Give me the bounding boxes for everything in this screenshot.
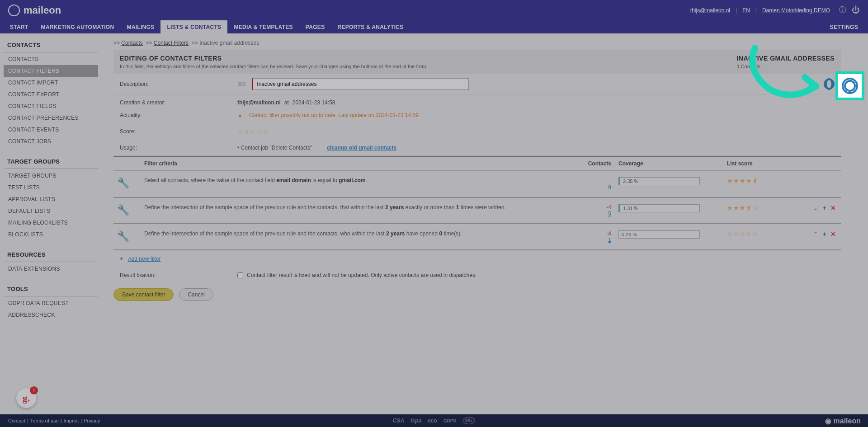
val-usage: • Contact job "Delete Contacts" cleanup …	[237, 145, 835, 151]
nav-reports-analytics[interactable]: REPORTS & ANALYTICS	[331, 20, 410, 33]
sidebar-item-contacts[interactable]: CONTACTS	[4, 53, 98, 65]
highlighted-target-button[interactable]	[835, 71, 864, 100]
usage-text: • Contact job "Delete Contacts"	[237, 145, 312, 151]
panel-header-left: EDITING OF CONTACT FILTERS In this field…	[120, 55, 428, 69]
sidebar-head-tools: TOOLS	[4, 286, 98, 296]
panel-subtitle: In this field, the settings and filters …	[120, 64, 428, 69]
result-fixation-checkbox[interactable]	[237, 272, 243, 278]
logo-icon	[8, 5, 20, 16]
main-area: CONTACTS CONTACTS CONTACT FILTERS CONTAC…	[0, 33, 868, 414]
sidebar-item-test-lists[interactable]: TEST LISTS	[4, 182, 98, 193]
contacts-count[interactable]: 9	[564, 184, 611, 191]
footer-contact[interactable]: Contact	[8, 418, 25, 423]
move-up-icon[interactable]: ⌃	[813, 230, 818, 238]
breadcrumb-current: Inactive gmail addresses	[199, 40, 259, 46]
sidebar-item-contact-filters[interactable]: CONTACT FILTERS	[4, 65, 98, 77]
wrench-icon[interactable]: 🔧	[117, 177, 129, 188]
contacts-count[interactable]: 5	[564, 211, 611, 217]
criteria-text: Define the intersection of the sample sp…	[141, 224, 561, 250]
sidebar-item-blocklists[interactable]: BLOCKLISTS	[4, 229, 98, 240]
usage-link[interactable]: cleanup old gmail contacts	[327, 145, 396, 151]
row-actions: ⌄ + ✕	[805, 197, 841, 224]
breadcrumb: >> Contacts >> Contact Filters >> Inacti…	[113, 40, 841, 46]
label-usage: Usage:	[120, 145, 237, 151]
breadcrumb-filters[interactable]: Contact Filters	[154, 40, 189, 46]
sidebar-item-gdpr[interactable]: GDPR DATA REQUEST	[4, 297, 98, 309]
footer-logo: ◉ maileon	[825, 417, 861, 425]
nav-marketing-automation[interactable]: MARKETING AUTOMATION	[35, 20, 121, 33]
sidebar-item-mailing-blocklists[interactable]: MAILING BLOCKLISTS	[4, 217, 98, 229]
description-input[interactable]	[252, 78, 469, 90]
footer-terms[interactable]: Terms of use	[30, 418, 59, 423]
nav-lists-contacts[interactable]: LISTS & CONTACTS	[160, 20, 227, 33]
breadcrumb-contacts[interactable]: Contacts	[121, 40, 142, 46]
sidebar-item-target-groups[interactable]: TARGET GROUPS	[4, 170, 98, 182]
sidebar-item-default-lists[interactable]: DEFAULT LISTS	[4, 205, 98, 217]
sidebar-head-resources: RESOURCES	[4, 251, 98, 262]
panel-header-right: INACTIVE GMAIL ADDRESSES 1 Contacts	[709, 55, 835, 69]
button-row: Save contact filter Cancel	[113, 283, 841, 306]
add-filter-link[interactable]: Add new filter	[128, 256, 161, 262]
footer-imprint[interactable]: Imprint	[64, 418, 79, 423]
nav-pages[interactable]: PAGES	[299, 20, 331, 33]
criteria-text: Select all contacts, where the value of …	[141, 171, 561, 198]
add-icon[interactable]: +	[822, 204, 826, 211]
delete-icon[interactable]: ✕	[830, 204, 836, 211]
creator-email: thijs@maileon.nl	[237, 99, 281, 106]
sidebar-item-addresscheck[interactable]: ADDRESSCHECK	[4, 309, 98, 321]
badge-eco: eco	[428, 418, 437, 424]
footer: Contact | Terms of use | Imprint | Priva…	[0, 414, 868, 427]
filter-row: 🔧 Define the intersection of the sample …	[113, 197, 841, 224]
contacts-count[interactable]: 1	[564, 237, 611, 243]
sidebar-item-data-extensions[interactable]: DATA EXTENSIONS	[4, 263, 98, 275]
filter-table: Filter criteria Contacts Coverage List s…	[113, 156, 841, 250]
filter-row: 🔧 Select all contacts, where the value o…	[113, 171, 841, 198]
nav-start[interactable]: START	[4, 20, 35, 33]
coverage-box: 2.35 %	[618, 177, 700, 185]
user-email-link[interactable]: thijs@maileon.nl	[690, 7, 730, 14]
plus-icon[interactable]: +	[120, 256, 123, 262]
th-contacts: Contacts	[561, 156, 615, 171]
th-criteria: Filter criteria	[141, 156, 561, 171]
sidebar-item-contact-preferences[interactable]: CONTACT PREFERENCES	[4, 112, 98, 124]
sidebar-section-contacts: CONTACTS CONTACTS CONTACT FILTERS CONTAC…	[4, 42, 98, 147]
panel-right-title: INACTIVE GMAIL ADDRESSES	[736, 55, 835, 62]
sidebar-section-tools: TOOLS GDPR DATA REQUEST ADDRESSCHECK	[4, 286, 98, 321]
nav-settings[interactable]: SETTINGS	[824, 20, 864, 33]
label-actuality: Actuality:	[120, 112, 237, 118]
target-action-icon[interactable]	[824, 79, 835, 89]
sidebar-section-resources: RESOURCES DATA EXTENSIONS	[4, 251, 98, 275]
info-icon[interactable]: ⓘ	[839, 5, 846, 15]
nav-mailings[interactable]: MAILINGS	[120, 20, 160, 33]
badge-count: 1	[30, 386, 38, 394]
content: >> Contacts >> Contact Filters >> Inacti…	[102, 33, 868, 414]
coverage-box: 1.31 %	[618, 204, 700, 212]
panel-title: EDITING OF CONTACT FILTERS	[120, 55, 428, 62]
badge-ssl: SSL	[463, 417, 476, 424]
refresh-icon[interactable]: ⟳	[808, 78, 816, 90]
sidebar-item-contact-import[interactable]: CONTACT IMPORT	[4, 77, 98, 89]
badge-ispa: ispa	[410, 418, 421, 424]
panel-right-label: Contacts	[741, 64, 760, 69]
sidebar-item-contact-export[interactable]: CONTACT EXPORT	[4, 89, 98, 100]
actuality-message: Contact filter possibly not up to date. …	[249, 112, 419, 118]
wrench-icon[interactable]: 🔧	[117, 204, 129, 216]
sidebar-item-contact-jobs[interactable]: CONTACT JOBS	[4, 136, 98, 147]
wrench-icon[interactable]: 🔧	[117, 230, 129, 242]
sidebar-item-contact-events[interactable]: CONTACT EVENTS	[4, 124, 98, 136]
footer-privacy[interactable]: Privacy	[84, 418, 100, 423]
warning-icon: ▲	[237, 112, 243, 118]
power-icon[interactable]: ⏻	[852, 5, 860, 15]
score-stars: ☆☆☆☆☆	[237, 128, 269, 135]
save-button[interactable]: Save contact filter	[113, 288, 174, 301]
grammarly-badge[interactable]: g. 1	[16, 388, 36, 408]
cancel-button[interactable]: Cancel	[179, 288, 213, 301]
move-down-icon[interactable]: ⌄	[813, 204, 818, 211]
delete-icon[interactable]: ✕	[830, 230, 836, 238]
language-link[interactable]: EN	[742, 7, 750, 14]
nav-media-templates[interactable]: MEDIA & TEMPLATES	[227, 20, 299, 33]
sidebar-item-contact-fields[interactable]: CONTACT FIELDS	[4, 100, 98, 112]
sidebar-item-approval-lists[interactable]: APPROVAL LISTS	[4, 193, 98, 205]
tenant-link[interactable]: Damen Motorkleding DEMO	[762, 7, 830, 14]
add-icon[interactable]: +	[822, 230, 826, 238]
